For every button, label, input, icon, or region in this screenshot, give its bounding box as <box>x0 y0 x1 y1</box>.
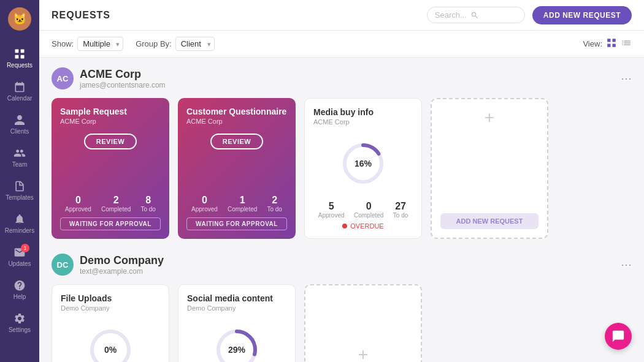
review-button-sample[interactable]: REVIEW <box>84 134 137 149</box>
search-box[interactable]: Search... <box>427 7 525 23</box>
stat-completed-sample: 2 Completed <box>101 195 131 213</box>
overdue-indicator: OVERDUE <box>313 222 413 230</box>
plus-icon-demo: + <box>358 345 368 362</box>
show-filter: Show: Multiple <box>52 37 123 51</box>
sidebar-item-team[interactable]: Team <box>0 141 39 174</box>
sidebar-label-requests: Requests <box>7 62 33 69</box>
client-email-demo: text@example.com <box>80 267 615 276</box>
progress-svg-file: 0% <box>86 325 135 362</box>
client-name-acme: ACME Corp <box>80 68 615 81</box>
sidebar-item-reminders[interactable]: Reminders <box>0 207 39 240</box>
demo-cards: File Uploads Demo Company 0% Social medi… <box>52 284 632 362</box>
progress-svg-social: 29% <box>212 325 261 362</box>
show-label: Show: <box>52 39 74 48</box>
card-title-media: Media buy info <box>313 107 413 117</box>
sidebar-item-updates[interactable]: 1 Updates <box>0 240 39 273</box>
client-email-acme: james@contentsnare.com <box>80 81 615 89</box>
main-area: REQUESTS Search... ADD NEW REQUEST Show:… <box>39 0 644 362</box>
acme-cards: Sample Request ACME Corp REVIEW 0 Approv… <box>52 98 632 239</box>
card-title-quest: Customer Questionnaire <box>186 107 287 116</box>
filter-bar: Show: Multiple Group By: Client View: <box>39 31 644 58</box>
card-badge-quest: WAITING FOR APPROVAL <box>186 217 287 230</box>
groupby-select[interactable]: Client <box>175 37 215 51</box>
card-subtitle-media: ACME Corp <box>313 118 413 126</box>
svg-text:0%: 0% <box>104 345 117 355</box>
list-view-icon[interactable] <box>621 37 632 50</box>
sidebar: 🐱 Requests Calendar Clients Team Templat… <box>0 0 39 362</box>
client-avatar-demo: DC <box>52 254 74 276</box>
groupby-select-wrapper[interactable]: Client <box>175 37 215 51</box>
search-icon <box>470 11 479 20</box>
chat-bubble[interactable] <box>605 323 632 350</box>
show-select-wrapper[interactable]: Multiple <box>77 37 123 51</box>
sidebar-label-templates: Templates <box>6 194 34 201</box>
progress-svg-media: 16% <box>339 139 388 188</box>
view-toggle: View: <box>583 37 632 50</box>
card-title-sample: Sample Request <box>60 107 161 116</box>
card-stats-media: 5 Approved 0 Completed 27 To do <box>313 201 413 219</box>
client-group-demo: DC Demo Company text@example.com ⋯ File … <box>52 254 632 362</box>
show-select[interactable]: Multiple <box>77 37 123 51</box>
page-title: REQUESTS <box>52 10 110 21</box>
stat-val: 2 <box>113 195 119 206</box>
content-area: AC ACME Corp james@contentsnare.com ⋯ Sa… <box>39 58 644 362</box>
stat-lbl: Approved <box>65 206 91 213</box>
filter-left: Show: Multiple Group By: Client <box>52 37 215 51</box>
sidebar-label-updates: Updates <box>8 260 31 267</box>
view-label: View: <box>583 39 602 48</box>
client-header-demo: DC Demo Company text@example.com ⋯ <box>52 254 632 276</box>
card-badge-sample: WAITING FOR APPROVAL <box>60 217 161 230</box>
card-subtitle-social: Demo Company <box>187 304 286 312</box>
stat-approved-quest: 0 Approved <box>191 195 218 213</box>
sidebar-item-templates[interactable]: Templates <box>0 174 39 207</box>
client-menu-acme[interactable]: ⋯ <box>621 72 632 85</box>
client-header-acme: AC ACME Corp james@contentsnare.com ⋯ <box>52 67 632 89</box>
sidebar-item-calendar[interactable]: Calendar <box>0 75 39 108</box>
grid-view-icon[interactable] <box>606 37 617 50</box>
card-stats-sample: 0 Approved 2 Completed 8 To do <box>60 195 161 213</box>
card-title-file: File Uploads <box>61 293 160 303</box>
client-menu-demo[interactable]: ⋯ <box>621 258 632 271</box>
stat-todo-quest: 2 To do <box>267 195 282 213</box>
add-new-request-button[interactable]: ADD NEW REQUEST <box>532 6 632 25</box>
stat-lbl: Completed <box>101 206 131 213</box>
user-avatar[interactable]: 🐱 <box>8 7 31 31</box>
stat-val: 0 <box>75 195 81 206</box>
stat-lbl: To do <box>140 206 155 213</box>
add-card-demo[interactable]: + <box>304 284 422 362</box>
header-actions: Search... ADD NEW REQUEST <box>427 6 632 25</box>
sidebar-item-help[interactable]: Help <box>0 273 39 306</box>
review-button-quest[interactable]: REVIEW <box>210 134 263 149</box>
card-socialmedia: Social media content Demo Company 29% <box>178 284 296 362</box>
circle-progress-file: 0% <box>86 325 135 362</box>
add-new-request-btn-acme[interactable]: ADD NEW REQUEST <box>440 213 539 229</box>
sidebar-label-settings: Settings <box>9 326 31 333</box>
card-subtitle-quest: ACME Corp <box>186 118 287 125</box>
overdue-dot <box>342 224 347 228</box>
client-avatar-acme: AC <box>52 67 74 89</box>
card-subtitle-file: Demo Company <box>61 304 160 312</box>
svg-rect-3 <box>21 55 25 59</box>
sidebar-label-help: Help <box>13 293 26 300</box>
svg-text:16%: 16% <box>355 159 372 168</box>
sidebar-item-clients[interactable]: Clients <box>0 108 39 141</box>
card-questionnaire: Customer Questionnaire ACME Corp REVIEW … <box>178 98 296 239</box>
sidebar-item-requests[interactable]: Requests <box>0 42 39 75</box>
sidebar-label-calendar: Calendar <box>7 95 33 102</box>
stat-completed-quest: 1 Completed <box>228 195 257 213</box>
client-info-acme: ACME Corp james@contentsnare.com <box>80 68 615 89</box>
sidebar-item-settings[interactable]: Settings <box>0 306 39 339</box>
stat-val: 8 <box>145 195 151 206</box>
updates-badge: 1 <box>21 244 29 252</box>
svg-rect-0 <box>15 50 19 53</box>
add-card-acme[interactable]: + ADD NEW REQUEST <box>431 98 548 239</box>
sidebar-label-team: Team <box>12 161 27 168</box>
client-group-acme: AC ACME Corp james@contentsnare.com ⋯ Sa… <box>52 67 632 239</box>
header: REQUESTS Search... ADD NEW REQUEST <box>39 0 644 31</box>
stat-approved-sample: 0 Approved <box>65 195 91 213</box>
overdue-label: OVERDUE <box>350 222 383 230</box>
card-title-social: Social media content <box>187 293 286 303</box>
sidebar-label-reminders: Reminders <box>5 227 34 234</box>
plus-icon-acme: + <box>485 108 494 127</box>
circle-progress-media: 16% <box>339 139 388 188</box>
